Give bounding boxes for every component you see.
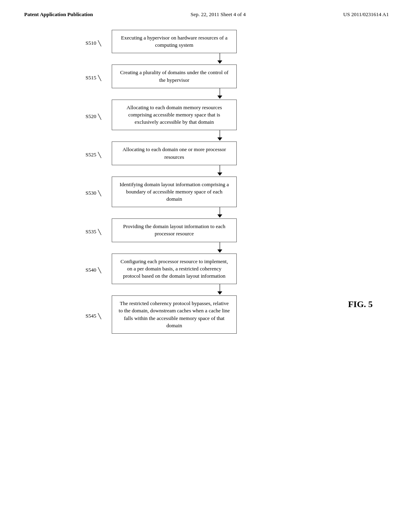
arrow-down-2 (157, 130, 282, 141)
step-box-s530: Identifying domain layout information co… (112, 177, 237, 208)
step-label-s515: S515╲ (86, 71, 112, 81)
step-label-s525: S525╲ (86, 148, 112, 158)
step-label-s520: S520╲ (86, 110, 112, 120)
step-id-s525: S525 (86, 152, 96, 158)
step-box-s540: Configuring each processor resource to i… (112, 254, 237, 285)
step-box-s535: Providing the domain layout information … (112, 218, 237, 242)
step-label-s510: S510╲ (86, 37, 112, 47)
header-patent-number: US 2011/0231614 A1 (343, 11, 389, 18)
arrow-down-4 (157, 207, 282, 218)
step-row-s530: S530╲Identifying domain layout informati… (86, 177, 327, 208)
chevron-icon-s540: ╲ (98, 267, 101, 274)
step-row-s540: S540╲Configuring each processor resource… (86, 254, 327, 285)
step-row-s520: S520╲Allocating to each domain memory re… (86, 100, 327, 131)
step-box-s525: Allocating to each domain one or more pr… (112, 141, 237, 165)
arrow-down-0 (157, 53, 282, 64)
step-row-s545: S545╲The restricted coherency protocol b… (86, 295, 327, 334)
step-row-s510: S510╲Executing a hypervisor on hardware … (86, 30, 327, 53)
step-id-s530: S530 (86, 190, 96, 196)
step-label-s545: S545╲ (86, 310, 112, 320)
chevron-icon-s545: ╲ (98, 313, 101, 320)
step-label-s540: S540╲ (86, 264, 112, 274)
step-box-s545: The restricted coherency protocol bypass… (112, 295, 237, 334)
step-box-s515: Creating a plurality of domains under th… (112, 64, 237, 88)
arrow-down-3 (157, 165, 282, 177)
step-label-s530: S530╲ (86, 187, 112, 197)
chevron-icon-s515: ╲ (98, 75, 101, 81)
chevron-icon-s510: ╲ (98, 40, 101, 47)
flow-container: S510╲Executing a hypervisor on hardware … (0, 30, 413, 334)
step-row-s515: S515╲Creating a plurality of domains und… (86, 64, 327, 88)
step-id-s535: S535 (86, 229, 96, 235)
chevron-icon-s535: ╲ (98, 229, 101, 235)
fig-label: FIG. 5 (348, 299, 373, 310)
arrow-down-6 (157, 284, 282, 295)
step-id-s540: S540 (86, 267, 96, 273)
chevron-icon-s520: ╲ (98, 114, 101, 120)
chevron-icon-s525: ╲ (98, 152, 101, 158)
step-id-s545: S545 (86, 313, 96, 319)
step-id-s520: S520 (86, 113, 96, 120)
header-publication: Patent Application Publication (24, 11, 93, 18)
step-id-s515: S515 (86, 75, 96, 81)
diagram-area: S510╲Executing a hypervisor on hardware … (0, 22, 413, 342)
chevron-icon-s530: ╲ (98, 190, 101, 197)
step-box-s510: Executing a hypervisor on hardware resou… (112, 30, 237, 53)
step-label-s535: S535╲ (86, 225, 112, 235)
step-row-s525: S525╲Allocating to each domain one or mo… (86, 141, 327, 165)
step-row-s535: S535╲Providing the domain layout informa… (86, 218, 327, 242)
arrow-down-5 (157, 242, 282, 254)
step-id-s510: S510 (86, 40, 96, 46)
arrow-down-1 (157, 88, 282, 100)
header-date-sheet: Sep. 22, 2011 Sheet 4 of 4 (190, 11, 246, 18)
step-box-s520: Allocating to each domain memory resourc… (112, 100, 237, 131)
